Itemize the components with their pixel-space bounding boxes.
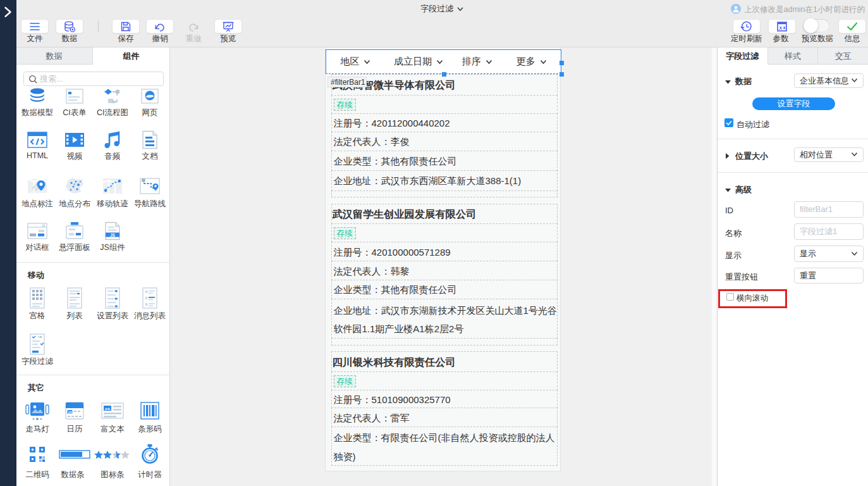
svg-text:x: x: [778, 23, 782, 30]
svg-text:JS: JS: [110, 233, 116, 237]
svg-text:25: 25: [68, 411, 73, 414]
